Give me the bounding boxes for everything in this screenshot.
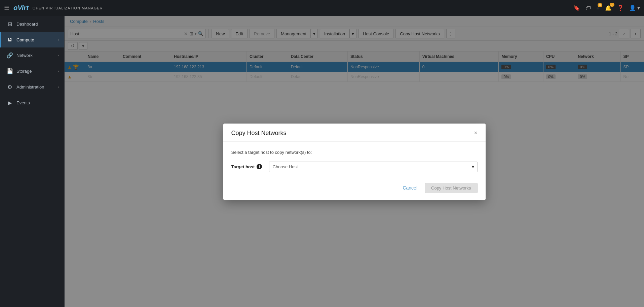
compute-arrow-icon: › [58,38,59,42]
sidebar-item-storage[interactable]: 💾 Storage › [0,63,64,79]
sidebar-item-compute[interactable]: 🖥 Compute › [0,32,64,47]
hamburger-menu[interactable]: ☰ [4,4,9,12]
sidebar-item-network[interactable]: 🔗 Network › [0,47,64,63]
alerts-badge: 7 [610,3,614,7]
logo-subtitle: OPEN VIRTUALIZATION MANAGER [33,6,103,10]
sidebar-label-events: Events [16,100,59,105]
sidebar-label-dashboard: Dashboard [16,22,59,27]
alerts-icon[interactable]: 🔔 7 [605,5,612,11]
sidebar-label-administration: Administration [16,84,54,90]
dialog-title: Copy Host Networks [231,130,287,137]
sidebar-item-administration[interactable]: ⚙ Administration › [0,79,64,95]
copy-host-networks-confirm-button[interactable]: Copy Host Networks [425,183,477,193]
sidebar-label-storage: Storage [16,69,54,74]
compute-icon: 🖥 [6,37,13,43]
help-icon[interactable]: ❓ [617,5,624,11]
dialog-body: Select a target host to copy network(s) … [223,142,486,177]
target-host-select-wrap: Choose Host ▾ [269,162,478,172]
bookmark-icon[interactable]: 🔖 [573,5,580,11]
network-arrow-icon: › [58,54,59,57]
target-host-select[interactable]: Choose Host [269,162,478,172]
cancel-button[interactable]: Cancel [399,183,421,193]
admin-arrow-icon: › [58,85,59,89]
sidebar: ⊞ Dashboard 🖥 Compute › 🔗 Network › 💾 St… [0,16,65,307]
sidebar-label-compute: Compute [16,37,54,42]
topbar: ☰ oVirt OPEN VIRTUALIZATION MANAGER 🔖 🏷 … [0,0,644,16]
target-host-text: Target host [231,164,255,169]
network-icon: 🔗 [6,52,13,59]
user-icon[interactable]: 👤 ▾ [629,5,640,11]
storage-icon: 💾 [6,68,13,74]
logo-ovirt: oVirt [13,4,29,12]
events-icon: ▶ [6,100,13,106]
topbar-actions: 🔖 🏷 ≡ 0 🔔 7 ❓ 👤 ▾ [573,5,640,11]
dialog-footer: Cancel Copy Host Networks [223,177,486,200]
tasks-icon[interactable]: ≡ 0 [596,5,599,11]
app-logo: oVirt OPEN VIRTUALIZATION MANAGER [13,4,103,12]
info-icon: i [257,164,262,169]
tasks-badge: 0 [598,3,602,7]
storage-arrow-icon: › [58,69,59,73]
sidebar-label-network: Network [16,53,54,58]
dialog-subtitle: Select a target host to copy network(s) … [231,150,478,155]
sidebar-item-events[interactable]: ▶ Events [0,95,64,111]
dialog-close-button[interactable]: × [474,130,478,136]
copy-host-networks-dialog: Copy Host Networks × Select a target hos… [223,124,486,200]
sidebar-item-dashboard[interactable]: ⊞ Dashboard [0,16,64,32]
dialog-field-target-host: Target host i Choose Host ▾ [231,162,478,172]
target-host-label: Target host i [231,164,265,169]
modal-overlay: Copy Host Networks × Select a target hos… [65,16,644,307]
dialog-header: Copy Host Networks × [223,124,486,142]
admin-icon: ⚙ [6,84,13,90]
tag-icon[interactable]: 🏷 [585,5,591,11]
dashboard-icon: ⊞ [6,21,13,27]
main-content: Compute › Hosts Host: ✕ ⊞ ▾ 🔍 New Edit R… [65,16,644,307]
